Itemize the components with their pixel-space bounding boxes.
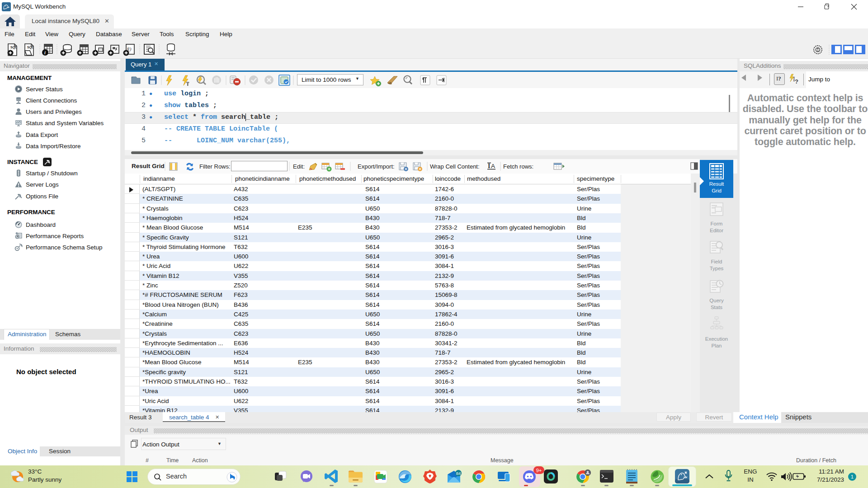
svg-text:SQL: SQL xyxy=(10,46,17,49)
svg-text:A: A xyxy=(491,163,495,169)
svg-text:I: I xyxy=(488,163,490,169)
svg-text:i: i xyxy=(44,50,46,55)
svg-text:?: ? xyxy=(795,78,798,85)
svg-text:9+: 9+ xyxy=(536,468,542,473)
svg-text:84: 84 xyxy=(456,471,461,476)
svg-text:SQL: SQL xyxy=(27,46,34,49)
